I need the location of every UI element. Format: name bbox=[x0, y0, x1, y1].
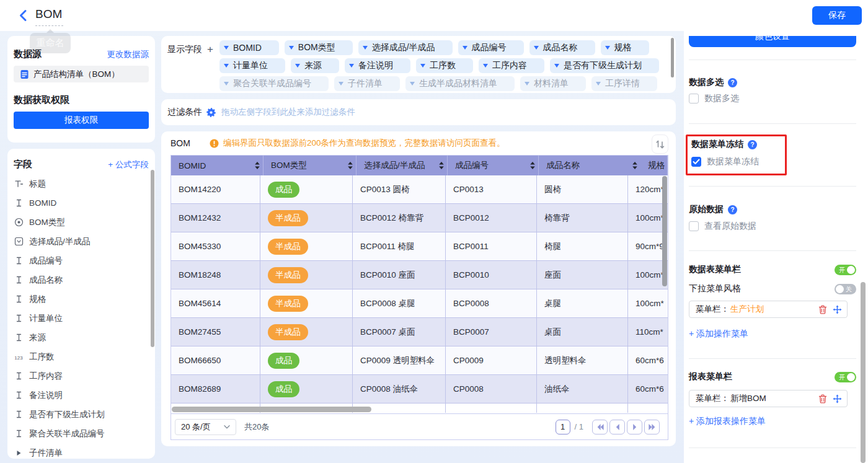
table-row[interactable]: BOM18248 半成品 BCP0010 座面 BCP0010 座面 100cm… bbox=[171, 261, 668, 289]
field-item[interactable]: 是否有下级生成计划 bbox=[14, 405, 149, 424]
table-horizontal-scrollbar[interactable] bbox=[172, 407, 371, 412]
table-header-cell[interactable]: BOM类型 bbox=[264, 156, 356, 175]
cell-bomid: BOM45614 bbox=[171, 289, 260, 317]
next-page-button[interactable] bbox=[627, 420, 642, 434]
next-page-icon bbox=[632, 423, 638, 431]
cell-text: BOM66650 bbox=[179, 356, 221, 365]
field-chip[interactable]: 备注说明 bbox=[345, 58, 410, 73]
save-button[interactable]: 保存 bbox=[812, 6, 862, 25]
field-item[interactable]: 聚合关联半成品编号 bbox=[14, 424, 149, 443]
field-chip-disabled[interactable]: 聚合关联半成品编号 bbox=[219, 76, 329, 91]
delete-menu-button[interactable] bbox=[818, 394, 827, 403]
first-page-button[interactable] bbox=[592, 420, 608, 434]
table-row[interactable]: BOM12432 半成品 BCP0012 椅靠背 BCP0012 椅靠背 100… bbox=[171, 204, 668, 232]
report-permission-button[interactable]: 报表权限 bbox=[14, 112, 149, 129]
table-row[interactable]: BOM66650 成品 CP0009 透明塑料伞 CP0009 透明塑料伞 60… bbox=[171, 346, 668, 375]
field-chip[interactable]: BOM类型 bbox=[285, 40, 353, 55]
raw-data-checkbox[interactable] bbox=[689, 221, 699, 231]
field-chip[interactable]: 成品编号 bbox=[458, 40, 524, 55]
field-chip-disabled[interactable]: 工序详情 bbox=[591, 76, 657, 91]
text-icon bbox=[14, 371, 24, 381]
display-fields-scrollbar[interactable] bbox=[671, 38, 674, 77]
help-icon[interactable]: ? bbox=[748, 140, 757, 149]
add-action-menu-link[interactable]: + 添加操作菜单 bbox=[689, 329, 856, 340]
column-sort-icon[interactable] bbox=[254, 161, 260, 170]
add-display-field-button[interactable]: + bbox=[207, 45, 213, 55]
table-header-cell[interactable]: 规格 bbox=[640, 156, 668, 175]
prev-page-button[interactable] bbox=[609, 420, 625, 434]
table-row[interactable]: BOM82689 成品 CP0008 油纸伞 CP0008 油纸伞 60cm*6 bbox=[171, 375, 668, 403]
cell-bomid: BOM12432 bbox=[171, 204, 260, 232]
field-chip[interactable]: 来源 bbox=[291, 58, 339, 73]
table-menu-toggle[interactable]: 开 bbox=[835, 265, 856, 275]
field-item[interactable]: 子件清单 bbox=[14, 443, 149, 459]
add-report-menu-link[interactable]: + 添加报表操作菜单 bbox=[689, 416, 856, 427]
datasource-item[interactable]: 产品结构清单（BOM） bbox=[14, 66, 149, 82]
field-item[interactable]: BOM类型 bbox=[14, 213, 149, 232]
move-menu-button[interactable] bbox=[833, 394, 842, 403]
column-sort-icon[interactable] bbox=[347, 161, 353, 170]
table-header-cell[interactable]: 选择成品/半成品 bbox=[356, 156, 448, 175]
report-menu-item[interactable]: 菜单栏： 新增BOM bbox=[689, 390, 848, 407]
table-row[interactable]: BOM14220 成品 CP0013 圆椅 CP0013 圆椅 120cm* bbox=[171, 175, 668, 204]
field-item[interactable]: 工序内容 bbox=[14, 366, 149, 386]
caret-down-icon bbox=[554, 64, 559, 68]
column-sort-icon[interactable] bbox=[632, 161, 638, 170]
page-title[interactable]: BOM bbox=[35, 7, 62, 21]
gear-icon[interactable] bbox=[206, 108, 216, 117]
move-menu-button[interactable] bbox=[833, 305, 842, 314]
settings-scrollbar[interactable] bbox=[861, 282, 866, 463]
field-item[interactable]: 来源 bbox=[14, 328, 149, 347]
table-header-cell[interactable]: BOMID bbox=[171, 156, 264, 175]
page-number-input[interactable]: 1 bbox=[556, 420, 570, 434]
field-item[interactable]: 选择成品/半成品 bbox=[14, 232, 149, 251]
field-item[interactable]: 成品编号 bbox=[14, 251, 149, 270]
report-menu-toggle[interactable]: 开 bbox=[835, 372, 856, 382]
multi-select-checkbox[interactable] bbox=[689, 94, 699, 104]
field-item[interactable]: 123 工序数 bbox=[14, 347, 149, 366]
table-menu-item[interactable]: 菜单栏： 生产计划 bbox=[689, 301, 848, 318]
table-row[interactable]: BOM45330 半成品 BCP0011 椅腿 BCP0011 椅腿 90cm*… bbox=[171, 232, 668, 261]
cell-text: BOM45330 bbox=[179, 242, 221, 251]
column-sort-icon[interactable] bbox=[438, 161, 445, 170]
column-sort-icon[interactable] bbox=[529, 161, 536, 170]
sort-order-button[interactable] bbox=[652, 134, 668, 154]
table-header-cell[interactable]: 成品名称 bbox=[539, 156, 640, 175]
field-item[interactable]: 规格 bbox=[14, 289, 149, 309]
type-badge: 半成品 bbox=[268, 267, 308, 283]
field-chip[interactable]: 是否有下级生成计划 bbox=[550, 58, 659, 73]
field-item[interactable]: 成品名称 bbox=[14, 270, 149, 289]
field-chip-disabled[interactable]: 生成半成品材料清单 bbox=[405, 76, 515, 91]
help-icon[interactable]: ? bbox=[728, 205, 737, 214]
table-vertical-scrollbar[interactable] bbox=[662, 176, 667, 286]
table-menu-section-header: 数据表菜单栏 开 bbox=[689, 264, 856, 275]
last-page-button[interactable] bbox=[644, 420, 660, 434]
add-formula-field-link[interactable]: + 公式字段 bbox=[108, 159, 149, 170]
color-settings-button[interactable]: 颜色设置 bbox=[689, 36, 856, 47]
table-row[interactable]: BOM45614 半成品 BCP0008 桌腿 BCP0008 桌腿 100cm… bbox=[171, 289, 668, 318]
page-size-select[interactable]: 20 条/页 bbox=[175, 419, 236, 435]
fields-scrollbar[interactable] bbox=[151, 170, 154, 347]
field-item[interactable]: 标题 bbox=[14, 174, 149, 193]
table-header-cell[interactable]: 成品编号 bbox=[448, 156, 539, 175]
field-chip[interactable]: 成品名称 bbox=[529, 40, 595, 55]
field-item[interactable]: 计量单位 bbox=[14, 309, 149, 328]
field-chip[interactable]: 规格 bbox=[601, 40, 649, 55]
field-chip[interactable]: BOMID bbox=[219, 40, 279, 55]
field-chip[interactable]: 计量单位 bbox=[219, 58, 285, 73]
field-item[interactable]: BOMID bbox=[14, 193, 149, 213]
back-button[interactable] bbox=[16, 8, 31, 23]
field-chip[interactable]: 工序数 bbox=[416, 58, 473, 73]
field-chip[interactable]: 工序内容 bbox=[479, 58, 544, 73]
table-row[interactable]: BOM27455 半成品 BCP0007 桌面 BCP0007 桌面 110cm… bbox=[171, 318, 668, 346]
field-chip[interactable]: 选择成品/半成品 bbox=[358, 40, 453, 55]
cell-code: CP0008 bbox=[446, 375, 537, 403]
delete-menu-button[interactable] bbox=[818, 305, 827, 314]
menu-freeze-checkbox[interactable] bbox=[691, 157, 701, 167]
change-datasource-link[interactable]: 更改数据源 bbox=[107, 49, 149, 60]
dropdown-style-toggle[interactable]: 关 bbox=[835, 284, 856, 294]
field-chip-disabled[interactable]: 子件清单 bbox=[334, 76, 400, 91]
field-item[interactable]: 备注说明 bbox=[14, 386, 149, 405]
help-icon[interactable]: ? bbox=[728, 78, 737, 87]
field-chip-disabled[interactable]: 材料清单 bbox=[520, 76, 586, 91]
